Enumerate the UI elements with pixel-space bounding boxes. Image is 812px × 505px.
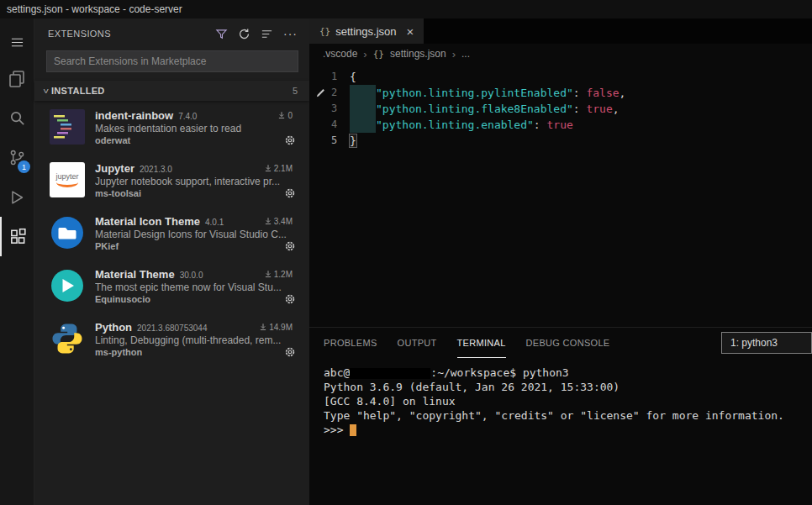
extension-description: Material Design Icons for Visual Studio …	[95, 229, 303, 240]
redacted-hostname	[350, 368, 430, 379]
extension-item-indent-rainbow[interactable]: indent-rainbow 7.4.0 0 Makes indentation…	[34, 101, 309, 154]
installed-count-badge: 5	[293, 86, 298, 96]
close-icon[interactable]: ×	[407, 24, 414, 39]
code-line-2: 2 "python.linting.pylintEnabled": false,	[309, 85, 812, 101]
extensions-search-input[interactable]	[46, 50, 298, 72]
line-number: 5	[331, 133, 350, 149]
download-icon	[259, 323, 267, 331]
gear-icon[interactable]	[284, 134, 296, 146]
extension-publisher: PKief	[95, 241, 119, 251]
terminal-line: [GCC 8.4.0] on linux	[324, 394, 812, 408]
code-line-1: 1 {	[309, 69, 812, 85]
code-line-3: 3 "python.linting.flake8Enabled": true,	[309, 101, 812, 117]
line-number: 1	[331, 69, 350, 85]
extension-description: Makes indentation easier to read	[95, 123, 303, 134]
breadcrumb-more[interactable]: ...	[461, 48, 470, 60]
terminal-repl-line: >>>	[324, 423, 812, 437]
terminal-line: Type "help", "copyright", "credits" or "…	[324, 408, 812, 423]
breadcrumb-folder[interactable]: .vscode	[323, 48, 357, 60]
panel-header: PROBLEMS OUTPUT TERMINAL DEBUG CONSOLE 1…	[309, 328, 812, 358]
run-debug-button[interactable]	[0, 177, 34, 217]
extension-version: 2021.3.680753044	[137, 324, 207, 333]
refresh-icon[interactable]	[238, 28, 250, 40]
extension-downloads: 14.9M	[259, 323, 303, 332]
extensions-sidebar: EXTENSIONS ··· > INSTALLED 5	[34, 18, 309, 505]
run-debug-icon	[8, 188, 26, 207]
extension-publisher: ms-toolsai	[95, 188, 141, 198]
material-theme-logo	[50, 268, 85, 303]
tab-terminal[interactable]: TERMINAL	[457, 328, 506, 358]
extension-version: 30.0.0	[180, 271, 203, 280]
tab-label: settings.json	[335, 25, 396, 38]
terminal-picker-dropdown[interactable]: 1: python3	[721, 332, 812, 354]
breadcrumb: .vscode › {} settings.json › ...	[309, 44, 812, 64]
more-actions-icon[interactable]: ···	[283, 29, 298, 38]
terminal[interactable]: abc@:~/workspace$ python3 Python 3.6.9 (…	[309, 358, 812, 505]
code-line-5: 5 }	[309, 133, 812, 149]
vscode-window: settings.json - workspace - code-server …	[0, 0, 812, 505]
jupyter-logo: jupyter	[50, 162, 85, 197]
extension-version: 7.4.0	[178, 112, 197, 121]
scm-badge: 1	[18, 160, 30, 173]
code-line-4: 4 "python.linting.enabled": true	[309, 117, 812, 133]
tab-debug-console[interactable]: DEBUG CONSOLE	[526, 328, 610, 358]
extension-item-jupyter[interactable]: jupyter Jupyter 2021.3.0 2.1M Jupyte	[34, 154, 309, 207]
gear-icon[interactable]	[284, 293, 296, 305]
editor-area: {} settings.json × .vscode › {} settings…	[309, 18, 812, 505]
extension-name: Jupyter	[95, 162, 134, 175]
extensions-icon	[8, 227, 28, 246]
json-file-icon: {}	[319, 26, 330, 37]
extension-version: 2021.3.0	[140, 165, 172, 174]
breadcrumb-file[interactable]: settings.json	[390, 48, 446, 60]
tab-settings-json[interactable]: {} settings.json ×	[309, 18, 424, 44]
clear-all-icon[interactable]	[261, 28, 273, 40]
source-control-button[interactable]: 1	[0, 138, 34, 177]
gear-icon[interactable]	[284, 187, 296, 199]
sidebar-title: EXTENSIONS	[48, 29, 111, 39]
menu-button[interactable]	[0, 25, 34, 59]
download-icon	[277, 111, 286, 119]
title-bar: settings.json - workspace - code-server	[0, 0, 812, 18]
extension-item-python[interactable]: Python 2021.3.680753044 14.9M Linting, D…	[34, 313, 309, 366]
extension-name: indent-rainbow	[95, 109, 173, 122]
extension-version: 4.0.1	[205, 218, 224, 227]
chevron-right-icon: ›	[363, 48, 366, 60]
gear-icon[interactable]	[284, 240, 296, 252]
extension-downloads: 3.4M	[264, 217, 303, 226]
explorer-icon	[7, 69, 27, 89]
installed-section-header[interactable]: > INSTALLED 5	[34, 81, 309, 101]
python-logo	[50, 321, 85, 356]
terminal-picker-label: 1: python3	[730, 337, 778, 349]
editor-tab-bar: {} settings.json ×	[309, 18, 812, 44]
chevron-down-icon: >	[41, 85, 50, 97]
extension-downloads: 0	[277, 111, 303, 120]
indent-rainbow-logo	[50, 109, 85, 145]
extension-item-material-theme[interactable]: Material Theme 30.0.0 1.2M The most epic…	[34, 260, 309, 313]
line-number: 3	[331, 101, 350, 117]
extension-item-material-icon-theme[interactable]: Material Icon Theme 4.0.1 3.4M Material …	[34, 207, 309, 260]
extension-publisher: ms-python	[95, 347, 142, 357]
tab-problems[interactable]: PROBLEMS	[324, 328, 377, 358]
json-file-icon: {}	[373, 49, 384, 60]
code-editor[interactable]: 1 { 2 "python.linting.pylintEnabled": fa…	[309, 64, 812, 327]
activity-bar: 1	[0, 18, 34, 505]
terminal-cursor	[350, 424, 356, 436]
extension-description: The most epic theme now for Visual Stu..…	[95, 281, 303, 293]
edit-pencil-icon[interactable]	[309, 85, 331, 101]
terminal-line: Python 3.6.9 (default, Jan 26 2021, 15:3…	[324, 380, 812, 394]
installed-section-label: INSTALLED	[51, 86, 105, 96]
tab-output[interactable]: OUTPUT	[398, 328, 437, 358]
gear-icon[interactable]	[284, 346, 296, 358]
extensions-list: indent-rainbow 7.4.0 0 Makes indentation…	[34, 101, 309, 505]
download-icon	[264, 270, 272, 278]
window-title: settings.json - workspace - code-server	[7, 3, 182, 15]
extension-downloads: 1.2M	[264, 270, 303, 279]
extension-name: Python	[95, 321, 132, 334]
search-icon	[8, 108, 27, 128]
extension-name: Material Icon Theme	[95, 215, 200, 228]
material-icon-theme-logo	[50, 215, 85, 250]
filter-icon[interactable]	[215, 28, 228, 40]
explorer-button[interactable]	[0, 59, 34, 98]
search-button[interactable]	[0, 98, 34, 138]
extensions-button[interactable]	[0, 217, 34, 256]
